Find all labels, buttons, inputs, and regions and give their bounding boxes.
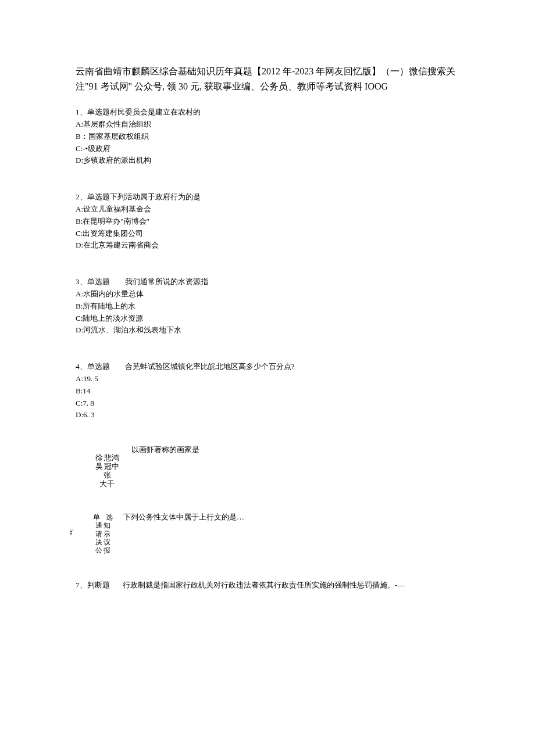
q4-option-a: A:19. 5 (76, 373, 459, 385)
q6-opt-a-2: 知 (104, 521, 110, 529)
q6-options-column: 单 选 通知 请示 决议 公报 (90, 513, 116, 555)
q7-text: 行政制裁是指国家行政机关对行政违法者依其行政责任所实施的强制性惩罚措施。-— (123, 579, 405, 592)
q1-option-d: D:乡镇政府的派出机构 (76, 155, 459, 167)
question-4: 4、单选题 合芜蚌试验区城镇化率比皖北地区高多少个百分点? A:19. 5 B:… (76, 361, 459, 421)
q2-option-c: C:出资筹建集团公司 (76, 228, 459, 240)
q3-option-d: D:河流水、湖泊水和浅表地下水 (76, 324, 459, 336)
q6-label-1: 单 (93, 513, 100, 521)
q6-opt-d-2: 报 (104, 546, 110, 554)
q2-stem: 2、单选题下列活动属于政府行为的是 (76, 191, 459, 203)
q5-opt-1b: 悲鸿 (104, 454, 119, 463)
q6-marker: 5m (69, 529, 74, 535)
q7-label: 7、判断题 (76, 579, 110, 592)
question-2: 2、单选题下列活动属于政府行为的是 A:设立儿童福利基金会 B:在昆明举办"南博… (76, 191, 459, 252)
question-1: 1、单选题村民委员会是建立在农村的 A:基层群众性自治组织 B：国家基层政权组织… (76, 106, 459, 167)
q6-opt-c-1: 决 (95, 538, 102, 546)
q6-opt-d-1: 公 (95, 546, 102, 554)
q5-opt-3b: 大千 (99, 480, 115, 489)
q6-label-2: 选 (106, 513, 113, 521)
q3-stem: 3、单选题 我们通常所说的水资源指 (76, 276, 459, 288)
q3-option-a: A:水圈内的水量总体 (76, 288, 459, 300)
q4-option-c: C:7. 8 (76, 397, 459, 410)
q2-option-a: A:设立儿童福利基金会 (76, 203, 459, 216)
q5-opt-1a: 徐 (95, 454, 103, 463)
q3-option-c: C:陆地上的淡水资源 (76, 313, 459, 325)
q1-option-c: C:-•级政府 (76, 143, 459, 155)
question-7: 7、判断题 行政制裁是指国家行政机关对行政违法者依其行政责任所实施的强制性惩罚措… (76, 579, 459, 592)
q5-options-column: 徐悲鸿 吴冠中 张 大千 (90, 446, 124, 489)
question-6: 5m 单 选 通知 请示 决议 公报 下列公务性文体中属于上行文的是… (76, 513, 459, 555)
question-3: 3、单选题 我们通常所说的水资源指 A:水圈内的水量总体 B:所有陆地上的水 C… (76, 276, 459, 336)
q4-option-b: B:14 (76, 385, 459, 397)
q1-option-b: B：国家基层政权组织 (76, 131, 459, 143)
question-5: 徐悲鸿 吴冠中 张 大千 以画虾著称的画家是 (76, 446, 459, 489)
q1-stem: 1、单选题村民委员会是建立在农村的 (76, 106, 459, 119)
q3-option-b: B:所有陆地上的水 (76, 300, 459, 313)
q2-option-d: D:在北京筹建云南省商会 (76, 239, 459, 252)
q5-opt-2b: 冠中 (104, 463, 119, 471)
page-title: 云南省曲靖市麒麟区综合基础知识历年真题【2012 年-2023 年网友回忆版】（… (76, 64, 459, 94)
q6-opt-b-2: 示 (104, 530, 110, 538)
q5-opt-3a: 张 (104, 471, 111, 480)
q1-option-a: A:基层群众性自治组织 (76, 119, 459, 131)
q4-stem: 4、单选题 合芜蚌试验区城镇化率比皖北地区高多少个百分点? (76, 361, 459, 373)
document-page: 云南省曲靖市麒麟区综合基础知识历年真题【2012 年-2023 年网友回忆版】（… (0, 0, 535, 626)
q6-opt-b-1: 请 (95, 530, 102, 538)
q6-opt-a-1: 通 (95, 521, 102, 529)
q6-stem: 下列公务性文体中属于上行文的是… (123, 513, 244, 522)
q5-stem: 以画虾著称的画家是 (131, 446, 199, 454)
q5-opt-2a: 吴 (95, 463, 103, 471)
q2-option-b: B:在昆明举办"南博会" (76, 216, 459, 228)
q6-opt-c-2: 议 (104, 538, 110, 546)
q4-option-d: D:6. 3 (76, 409, 459, 421)
